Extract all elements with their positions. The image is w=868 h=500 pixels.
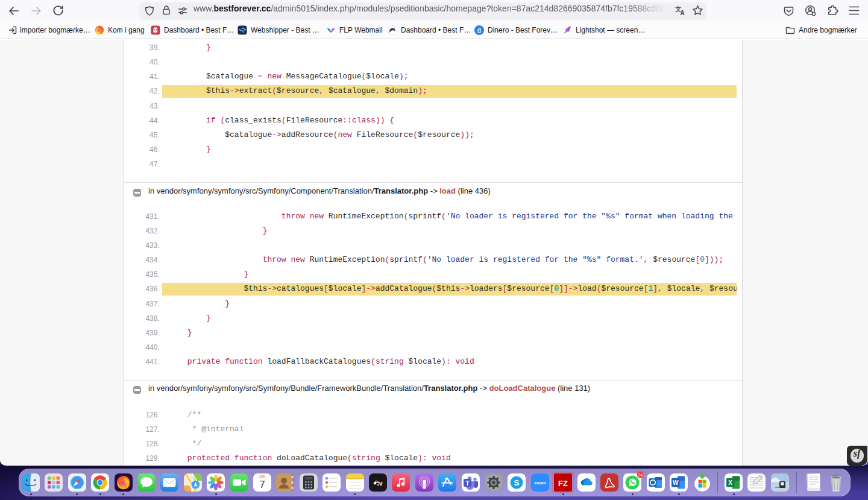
svg-text:tv: tv	[377, 479, 382, 487]
svg-text:T: T	[465, 479, 470, 487]
svg-text:zoom: zoom	[534, 480, 546, 486]
svg-text:S: S	[514, 478, 520, 487]
svg-text:X: X	[728, 479, 732, 486]
svg-text:24: 24	[638, 472, 643, 478]
svg-text:W: W	[673, 479, 679, 486]
svg-text:JUN: JUN	[259, 475, 266, 478]
svg-text:A: A	[681, 10, 685, 16]
svg-text:FZ: FZ	[558, 479, 568, 488]
svg-text:7: 7	[259, 479, 265, 490]
